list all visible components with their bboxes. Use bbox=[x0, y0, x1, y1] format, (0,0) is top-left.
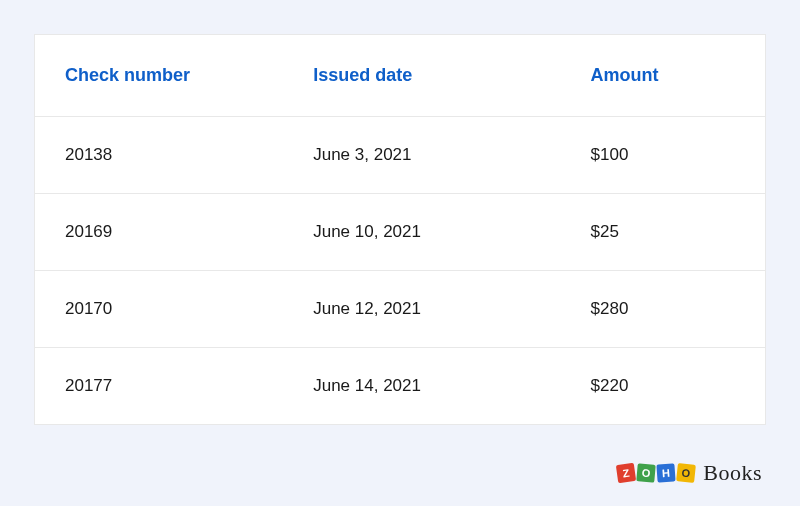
cell-check-number: 20170 bbox=[35, 271, 283, 347]
cell-check-number: 20169 bbox=[35, 194, 283, 270]
table-header-row: Check number Issued date Amount bbox=[35, 35, 765, 117]
cell-amount: $280 bbox=[561, 271, 765, 347]
logo-block-o2: O bbox=[676, 463, 696, 483]
header-check-number: Check number bbox=[35, 35, 283, 116]
zoho-icon: Z O H O bbox=[617, 464, 695, 482]
cell-amount: $220 bbox=[561, 348, 765, 424]
cell-amount: $100 bbox=[561, 117, 765, 193]
table-row: 20170 June 12, 2021 $280 bbox=[35, 271, 765, 348]
logo-block-h: H bbox=[657, 463, 676, 482]
table-row: 20177 June 14, 2021 $220 bbox=[35, 348, 765, 424]
cell-issued-date: June 14, 2021 bbox=[283, 348, 560, 424]
cell-issued-date: June 12, 2021 bbox=[283, 271, 560, 347]
brand-product-name: Books bbox=[703, 460, 762, 486]
cell-check-number: 20177 bbox=[35, 348, 283, 424]
table-row: 20138 June 3, 2021 $100 bbox=[35, 117, 765, 194]
logo-block-z: Z bbox=[616, 463, 636, 483]
cell-issued-date: June 3, 2021 bbox=[283, 117, 560, 193]
table-row: 20169 June 10, 2021 $25 bbox=[35, 194, 765, 271]
checks-table: Check number Issued date Amount 20138 Ju… bbox=[34, 34, 766, 425]
logo-block-o: O bbox=[636, 463, 656, 483]
cell-check-number: 20138 bbox=[35, 117, 283, 193]
header-issued-date: Issued date bbox=[283, 35, 560, 116]
header-amount: Amount bbox=[561, 35, 765, 116]
zoho-books-logo: Z O H O Books bbox=[617, 460, 762, 486]
cell-amount: $25 bbox=[561, 194, 765, 270]
cell-issued-date: June 10, 2021 bbox=[283, 194, 560, 270]
